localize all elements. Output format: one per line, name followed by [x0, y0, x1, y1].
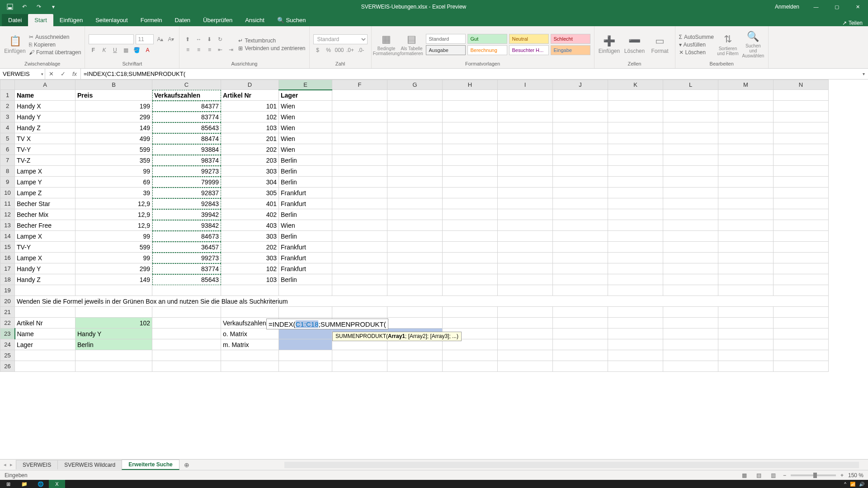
- cell[interactable]: [718, 209, 774, 220]
- cell[interactable]: [387, 253, 443, 263]
- find-select-button[interactable]: 🔍Suchen und Auswählen: [742, 28, 764, 61]
- cell[interactable]: Berlin: [279, 166, 332, 177]
- cell[interactable]: [387, 144, 443, 155]
- cell[interactable]: Handy Y: [15, 263, 75, 274]
- cell[interactable]: Wien: [279, 133, 332, 144]
- cell[interactable]: [774, 361, 829, 372]
- zoom-in-icon[interactable]: +: [840, 472, 844, 479]
- cell[interactable]: [152, 285, 221, 296]
- cell[interactable]: [718, 361, 774, 372]
- col-header[interactable]: F: [332, 80, 387, 90]
- tab-data[interactable]: Daten: [168, 14, 197, 26]
- style-eingabe[interactable]: Eingabe: [551, 45, 590, 55]
- cell[interactable]: 101: [221, 101, 279, 112]
- cell[interactable]: [663, 274, 718, 285]
- cell[interactable]: [498, 318, 553, 328]
- cell[interactable]: Lampe Z: [15, 188, 75, 198]
- edge-icon[interactable]: 🌐: [33, 480, 49, 488]
- cell[interactable]: [498, 253, 553, 263]
- cell[interactable]: 98374: [152, 155, 221, 166]
- font-select[interactable]: [89, 34, 134, 44]
- cell[interactable]: [332, 166, 387, 177]
- redo-icon[interactable]: ↷: [33, 1, 44, 12]
- style-standard[interactable]: Standard: [426, 34, 466, 44]
- cell[interactable]: 201: [221, 133, 279, 144]
- cell[interactable]: Handy Z: [15, 274, 75, 285]
- row-header[interactable]: 11: [0, 198, 15, 209]
- style-neutral[interactable]: Neutral: [509, 34, 549, 44]
- row-header[interactable]: 19: [0, 285, 15, 296]
- cell[interactable]: 599: [75, 144, 152, 155]
- cell[interactable]: [387, 101, 443, 112]
- select-all-corner[interactable]: [0, 80, 15, 90]
- cell[interactable]: [332, 231, 387, 242]
- cell[interactable]: 103: [221, 274, 279, 285]
- row-header[interactable]: 2: [0, 101, 15, 112]
- cell[interactable]: Wien: [279, 112, 332, 122]
- row-header[interactable]: 8: [0, 166, 15, 177]
- enter-formula-icon[interactable]: ✓: [57, 70, 69, 77]
- cell[interactable]: [498, 361, 553, 372]
- cell[interactable]: [608, 307, 663, 318]
- cell[interactable]: [663, 122, 718, 133]
- cell[interactable]: [443, 166, 498, 177]
- cell[interactable]: [221, 285, 279, 296]
- cell[interactable]: [279, 307, 332, 318]
- paste-button[interactable]: 📋Einfügen: [4, 28, 26, 61]
- cell[interactable]: [553, 231, 608, 242]
- cell[interactable]: [387, 220, 443, 231]
- cell[interactable]: [608, 209, 663, 220]
- cell[interactable]: [15, 307, 75, 318]
- sheet-nav-last-icon[interactable]: ▸: [9, 462, 14, 468]
- cell[interactable]: [774, 307, 829, 318]
- cell[interactable]: [279, 339, 332, 350]
- cell[interactable]: [663, 361, 718, 372]
- cell[interactable]: [498, 112, 553, 122]
- cell[interactable]: [608, 220, 663, 231]
- cell[interactable]: [387, 242, 443, 253]
- cells-insert-button[interactable]: ➕Einfügen: [598, 28, 621, 61]
- cell[interactable]: Becher Star: [15, 198, 75, 209]
- cell[interactable]: [387, 361, 443, 372]
- style-ausgabe[interactable]: Ausgabe: [426, 45, 466, 55]
- excel-taskbar-icon[interactable]: X: [49, 480, 65, 488]
- cell[interactable]: [332, 285, 387, 296]
- cell[interactable]: [718, 188, 774, 198]
- cell[interactable]: 403: [221, 220, 279, 231]
- cell[interactable]: 92843: [152, 198, 221, 209]
- cell[interactable]: [498, 198, 553, 209]
- cell[interactable]: [553, 361, 608, 372]
- cell[interactable]: [387, 133, 443, 144]
- col-header[interactable]: D: [221, 80, 279, 90]
- cell[interactable]: 93884: [152, 144, 221, 155]
- style-schlecht[interactable]: Schlecht: [551, 34, 590, 44]
- cell[interactable]: [332, 209, 387, 220]
- row-header[interactable]: 21: [0, 307, 15, 318]
- cell[interactable]: Handy X: [15, 101, 75, 112]
- cell[interactable]: Becher Free: [15, 220, 75, 231]
- cell[interactable]: [608, 133, 663, 144]
- cell[interactable]: [443, 263, 498, 274]
- autosum-button[interactable]: Σ AutoSumme: [679, 34, 714, 40]
- zoom-out-icon[interactable]: −: [783, 472, 786, 479]
- cell[interactable]: [663, 112, 718, 122]
- tab-pagelayout[interactable]: Seitenlayout: [89, 14, 134, 26]
- cell[interactable]: [498, 231, 553, 242]
- orientation-icon[interactable]: ↻: [216, 35, 225, 44]
- cell[interactable]: [332, 361, 387, 372]
- col-header[interactable]: M: [718, 80, 774, 90]
- style-berechnung[interactable]: Berechnung: [467, 45, 507, 55]
- cell[interactable]: [498, 177, 553, 188]
- tab-file[interactable]: Datei: [2, 14, 28, 26]
- cell[interactable]: [718, 112, 774, 122]
- cell[interactable]: Lampe X: [15, 231, 75, 242]
- cell[interactable]: [443, 253, 498, 263]
- col-header[interactable]: A: [15, 80, 75, 90]
- style-besuchter[interactable]: Besuchter H...: [509, 45, 549, 55]
- cell[interactable]: [498, 328, 553, 339]
- cell[interactable]: [553, 101, 608, 112]
- cell[interactable]: [608, 274, 663, 285]
- cell[interactable]: [608, 188, 663, 198]
- cell[interactable]: Becher Mix: [15, 209, 75, 220]
- cell[interactable]: [387, 166, 443, 177]
